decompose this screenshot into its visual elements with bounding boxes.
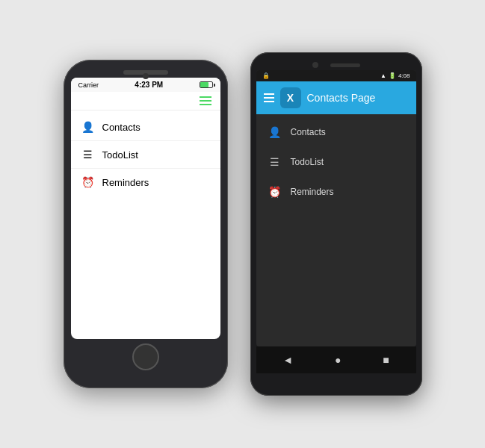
ios-battery-area <box>200 81 213 88</box>
android-speaker <box>330 63 360 67</box>
android-bottom-bar <box>256 373 416 385</box>
android-top-bar <box>256 58 416 70</box>
android-home-button[interactable]: ● <box>335 354 341 366</box>
android-lock-icon: 🔒 <box>262 72 270 79</box>
android-nav-bar: ◄ ● ■ <box>256 346 416 373</box>
android-app-bar: X Contacts Page <box>256 81 416 114</box>
todolist-icon: ☰ <box>81 149 95 161</box>
ios-reminders-label: Reminders <box>102 177 149 188</box>
ios-time: 4:23 PM <box>135 81 163 89</box>
android-menu-item-todolist[interactable]: ☰ TodoList <box>256 147 416 177</box>
android-screen: 🔒 ▲ 🔋 4:08 X Contacts Page 👤 Contacts <box>256 70 416 346</box>
contacts-icon: 👤 <box>81 121 95 133</box>
ios-nav-bar <box>71 92 220 111</box>
android-menu-item-reminders[interactable]: ⏰ Reminders <box>256 177 416 207</box>
android-todolist-icon: ☰ <box>268 156 282 168</box>
android-status-icons: ▲ 🔋 4:08 <box>380 72 410 79</box>
android-todolist-label: TodoList <box>291 157 324 167</box>
android-battery-icon: 🔋 <box>389 72 396 79</box>
ios-status-bar: Carrier 4:23 PM <box>71 78 220 92</box>
android-contacts-label: Contacts <box>291 127 326 137</box>
android-status-bar: 🔒 ▲ 🔋 4:08 <box>256 70 416 81</box>
ios-carrier: Carrier <box>78 81 99 89</box>
ios-menu-item-contacts[interactable]: 👤 Contacts <box>71 113 220 141</box>
ios-screen: Carrier 4:23 PM 👤 Contacts ☰ <box>71 78 220 339</box>
android-back-button[interactable]: ◄ <box>282 354 293 366</box>
android-app-logo: X <box>280 87 301 108</box>
android-menu-item-contacts[interactable]: 👤 Contacts <box>256 117 416 147</box>
android-phone: 🔒 ▲ 🔋 4:08 X Contacts Page 👤 Contacts <box>250 52 422 396</box>
android-contacts-icon: 👤 <box>268 126 282 138</box>
ios-phone: Carrier 4:23 PM 👤 Contacts ☰ <box>64 60 228 388</box>
ios-contacts-label: Contacts <box>102 122 140 133</box>
ios-home-button[interactable] <box>132 343 159 370</box>
ios-battery-icon <box>200 81 213 88</box>
android-reminders-label: Reminders <box>291 187 334 197</box>
android-recents-button[interactable]: ■ <box>383 354 389 366</box>
ios-hamburger-icon[interactable] <box>200 96 211 105</box>
ios-battery-fill <box>200 82 208 87</box>
android-reminders-icon: ⏰ <box>268 186 282 198</box>
android-hamburger-icon[interactable] <box>264 93 274 102</box>
ios-menu-item-reminders[interactable]: ⏰ Reminders <box>71 169 220 196</box>
ios-menu-item-todolist[interactable]: ☰ TodoList <box>71 141 220 169</box>
ios-menu-list: 👤 Contacts ☰ TodoList ⏰ Reminders <box>71 111 220 199</box>
ios-front-camera <box>143 73 149 79</box>
reminders-icon: ⏰ <box>81 176 95 188</box>
android-front-camera <box>312 62 318 68</box>
android-menu-list: 👤 Contacts ☰ TodoList ⏰ Reminders <box>256 114 416 210</box>
android-signal-icon: ▲ <box>380 72 386 79</box>
android-time: 4:08 <box>398 72 410 79</box>
ios-todolist-label: TodoList <box>102 149 138 161</box>
android-app-title: Contacts Page <box>307 92 376 104</box>
